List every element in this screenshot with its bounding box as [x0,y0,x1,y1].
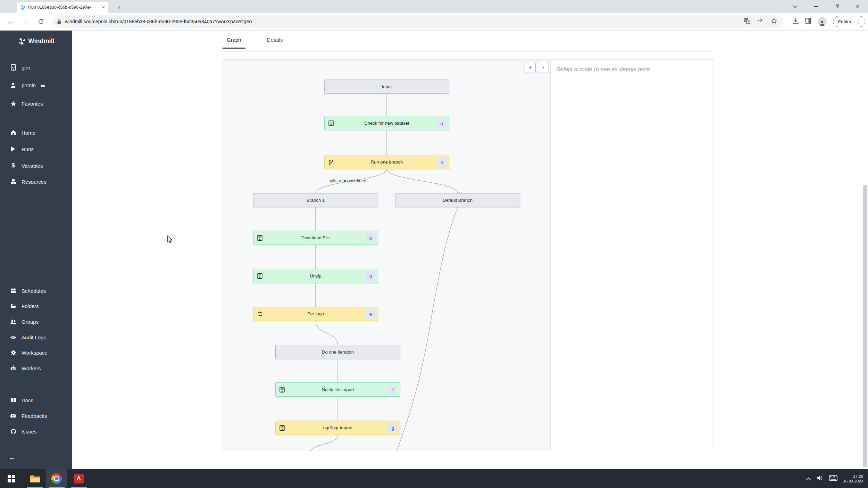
volume-icon[interactable] [817,475,824,482]
flow-node-check-for-new-dataset[interactable]: Check for new dataset a [324,116,449,130]
sidebar-item-label: Feedbacks [22,413,47,419]
flow-node-default-branch[interactable]: Default Branch [395,193,520,207]
flow-node-notify-file-import[interactable]: Notify file import f [275,382,400,397]
building-icon [10,64,17,71]
zoom-out-button[interactable]: - [538,62,549,73]
gear-icon [10,350,17,356]
sidebar-item-schedules[interactable]: Schedules [0,283,72,298]
profile-avatar[interactable] [818,17,827,26]
sidebar-item-runs[interactable]: Runs [0,141,72,157]
sidebar-item-feedbacks[interactable]: Feedbacks [0,408,72,423]
tab-details[interactable]: Details [263,34,287,49]
flow-node-ogr2ogr-import[interactable]: ogr2ogr import g [275,421,400,435]
sidebar-item-folders[interactable]: Folders [0,298,72,314]
windows-logo-icon [8,475,15,482]
sidebar-item-label: Folders [22,303,39,309]
sidebar-item-label: Issues [22,429,36,435]
sidebar-item-resources[interactable]: Resources [0,174,72,189]
tab-title: Run 0186eb38-c86b-d590-290e- [28,5,99,10]
robot-icon [10,365,17,371]
home-icon [10,130,17,135]
windmill-brand[interactable]: Windmill [0,35,72,51]
app-sidebar: Windmill geo pirmin Favorites [0,31,72,469]
sidebar-item-variables[interactable]: $ Variables [0,158,72,173]
reload-button[interactable] [34,15,48,28]
node-label: Check for new dataset [364,121,409,126]
tab-graph[interactable]: Graph [223,34,245,49]
browser-error-menu-button[interactable]: Fehler ⋮ [833,16,865,27]
svg-text:文: 文 [747,20,750,24]
sidebar-item-user-pirmin[interactable]: pirmin [0,77,72,93]
sidebar-item-label: Workers [22,365,41,371]
branch-condition-label: ...sults.a != undefined [325,179,366,183]
taskbar-file-explorer[interactable] [24,469,46,488]
screen: Run 0186eb38-c86b-d590-290e- × + × ← → [0,0,868,488]
chrome-icon [51,473,62,484]
restore-button[interactable] [826,0,847,13]
sidebar-item-favorites[interactable]: Favorites [0,96,72,111]
building-icon [257,235,262,241]
star-icon [10,101,17,107]
sidebar-item-label: geo [22,65,30,71]
eye-icon [10,335,17,340]
acrobat-icon: A [74,474,84,483]
node-badge: b [366,233,375,242]
building-icon [279,387,285,392]
windmill-logo-icon [18,38,26,45]
flow-graph-panel[interactable]: + - Input Check for new dataset a Run on… [223,59,551,451]
address-bar[interactable]: windmill.sourcepole.ch/run/0186eb38-c86b… [53,15,783,28]
flow-node-download-file[interactable]: Download File b [253,231,378,245]
sidebar-item-groups[interactable]: Groups [0,314,72,329]
flow-node-run-one-branch[interactable]: Run one branch h [324,155,449,169]
sidebar-item-workers[interactable]: Workers [0,361,72,376]
taskbar-clock[interactable]: 17:20 16.03.2023 [843,474,863,483]
building-icon [328,121,334,126]
brand-label: Windmill [28,38,55,45]
discord-icon [10,413,17,418]
url-text[interactable]: windmill.sourcepole.ch/run/0186eb38-c86b… [65,19,744,24]
flow-node-unzip[interactable]: Unzip d [253,269,378,283]
browser-tab[interactable]: Run 0186eb38-c86b-d590-290e- × [17,2,108,13]
download-icon[interactable] [792,18,799,26]
start-button[interactable] [1,469,22,488]
flow-node-input[interactable]: Input [324,80,449,94]
flow-node-do-one-iteration[interactable]: Do one iteration [275,345,400,359]
zoom-in-button[interactable]: + [525,62,536,73]
share-icon[interactable] [757,18,764,25]
mouse-cursor [167,235,174,245]
sidebar-item-issues[interactable]: Issues [0,424,72,439]
side-panel-icon[interactable] [805,18,811,25]
cubes-icon [10,179,17,184]
windows-taskbar: A 17:20 16.03.2023 [0,469,868,488]
sidebar-item-audit-logs[interactable]: Audit Logs [0,330,72,345]
flow-node-branch-1[interactable]: Branch 1 [253,193,378,207]
sidebar-item-label: Docs [22,397,33,403]
minimize-button[interactable] [806,0,826,13]
node-label: For loop [307,311,324,316]
sidebar-item-docs[interactable]: Docs [0,392,72,408]
book-icon [10,398,17,403]
collapse-sidebar-button[interactable]: ← [8,453,16,462]
window-menu-chevron-icon[interactable] [785,0,806,13]
forward-button: → [19,15,33,28]
close-window-button[interactable]: × [847,0,868,13]
page-scrollbar[interactable] [863,185,867,467]
node-badge: e [366,309,375,319]
sidebar-item-workspace-geo[interactable]: geo [0,60,72,75]
github-icon [10,429,17,435]
system-tray: 17:20 16.03.2023 [806,469,863,488]
flow-node-for-loop[interactable]: For loop e [253,307,378,321]
back-button[interactable]: ← [3,15,17,28]
sidebar-item-home[interactable]: Home [0,125,72,140]
taskbar-acrobat[interactable]: A [68,469,90,488]
clock-date: 16.03.2023 [843,479,863,483]
new-tab-button[interactable]: + [115,3,124,12]
tab-close-icon[interactable]: × [102,5,105,10]
bookmark-star-icon[interactable] [771,18,777,25]
keyboard-icon[interactable] [829,475,837,482]
taskbar-chrome[interactable] [46,469,67,488]
tray-chevron-up-icon[interactable] [806,475,811,482]
translate-icon[interactable]: G文 [744,18,750,25]
kebab-menu-icon[interactable]: ⋮ [853,18,863,25]
sidebar-item-workspace[interactable]: Workspace [0,345,72,360]
